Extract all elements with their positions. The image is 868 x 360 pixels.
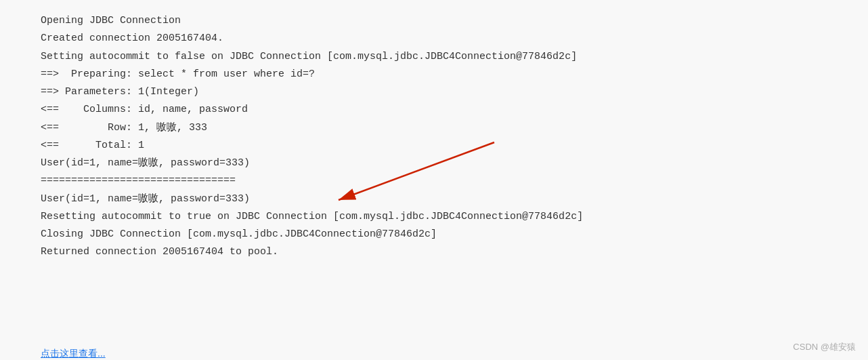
log-line: ==> Preparing: select * from user where … bbox=[41, 66, 852, 83]
bottom-link[interactable]: 点击这里查看... bbox=[41, 348, 106, 360]
log-line: User(id=1, name=嗷嗷, password=333) bbox=[41, 155, 852, 172]
log-line: <== Row: 1, 嗷嗷, 333 bbox=[41, 119, 852, 137]
watermark: CSDN @雄安猿 bbox=[793, 341, 856, 353]
log-line: Opening JDBC Connection bbox=[41, 12, 852, 30]
log-line: ================================ bbox=[41, 172, 852, 190]
log-line: Resetting autocommit to true on JDBC Con… bbox=[41, 208, 852, 226]
log-output: Opening JDBC ConnectionCreated connectio… bbox=[41, 12, 852, 262]
log-line: Created connection 2005167404. bbox=[41, 30, 852, 47]
log-line: Returned connection 2005167404 to pool. bbox=[41, 243, 852, 261]
log-line: Setting autocommit to false on JDBC Conn… bbox=[41, 48, 852, 66]
log-line: User(id=1, name=嗷嗷, password=333) bbox=[41, 191, 852, 208]
log-line: <== Total: 1 bbox=[41, 137, 852, 155]
log-container: Opening JDBC ConnectionCreated connectio… bbox=[0, 0, 868, 360]
log-line: <== Columns: id, name, password bbox=[41, 101, 852, 119]
log-line: ==> Parameters: 1(Integer) bbox=[41, 83, 852, 101]
log-line: Closing JDBC Connection [com.mysql.jdbc.… bbox=[41, 226, 852, 243]
